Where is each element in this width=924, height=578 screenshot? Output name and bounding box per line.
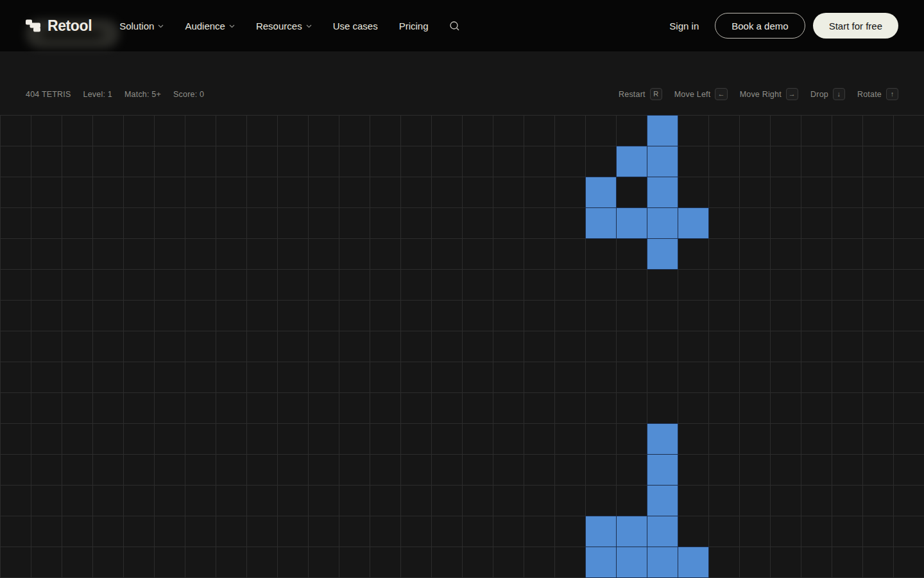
key-arrow-up-badge: ↑ (886, 88, 898, 100)
tetris-block (678, 547, 709, 578)
chevron-down-icon (229, 24, 235, 28)
hud-controls: Restart R Move Left ← Move Right → Drop … (619, 88, 898, 100)
control-label: Rotate (857, 90, 882, 99)
tetris-block (647, 516, 678, 547)
control-restart: Restart R (619, 88, 662, 100)
nav-item-label: Solution (119, 21, 154, 31)
tetris-block (647, 485, 678, 516)
tetris-block (647, 207, 678, 239)
tetris-block (647, 177, 678, 208)
score-stat: Score: 0 (173, 90, 204, 99)
game-title: 404 TETRIS (26, 90, 71, 99)
key-arrow-down-badge: ↓ (833, 88, 845, 100)
nav-item-audience[interactable]: Audience (185, 21, 235, 31)
chevron-down-icon (158, 24, 164, 28)
tetris-block (585, 207, 617, 239)
tetris-block (647, 454, 678, 486)
tetris-block (585, 516, 617, 547)
tetris-block (616, 146, 647, 177)
control-label: Move Right (740, 90, 782, 99)
tetris-grid (0, 115, 924, 578)
retool-logo-icon (26, 18, 41, 33)
nav-item-label: Pricing (399, 21, 429, 31)
control-label: Restart (619, 90, 646, 99)
control-label: Drop (810, 90, 828, 99)
control-drop: Drop ↓ (810, 88, 845, 100)
match-stat: Match: 5+ (124, 90, 161, 99)
nav-item-solution[interactable]: Solution (119, 21, 164, 31)
level-stat: Level: 1 (83, 90, 112, 99)
tetris-block (616, 516, 647, 547)
tetris-block (616, 547, 647, 578)
retool-wordmark: Retool (47, 17, 92, 35)
key-arrow-right-badge: → (786, 88, 798, 100)
hud-stats: 404 TETRIS Level: 1 Match: 5+ Score: 0 (26, 90, 204, 99)
nav-item-label: Resources (256, 21, 302, 31)
nav-item-label: Use cases (333, 21, 378, 31)
search-icon[interactable] (449, 21, 460, 31)
control-move-right: Move Right → (740, 88, 798, 100)
key-arrow-left-badge: ← (715, 88, 727, 100)
control-move-left: Move Left ← (674, 88, 728, 100)
nav-item-use-cases[interactable]: Use cases (333, 21, 378, 31)
key-r-badge: R (650, 88, 662, 100)
control-rotate: Rotate ↑ (857, 88, 898, 100)
tetris-block (585, 547, 617, 578)
tetris-block (585, 177, 617, 208)
tetris-block (647, 146, 678, 177)
chevron-down-icon (306, 24, 312, 28)
start-for-free-button[interactable]: Start for free (813, 13, 898, 39)
primary-nav: Solution Audience Resources Use cases Pr… (119, 21, 428, 31)
retool-logo[interactable]: Retool (26, 17, 92, 35)
nav-item-pricing[interactable]: Pricing (399, 21, 429, 31)
book-a-demo-button[interactable]: Book a demo (715, 13, 805, 39)
nav-actions: Sign in Book a demo Start for free (669, 13, 898, 39)
tetris-block (678, 207, 709, 239)
top-navigation: Retool Solution Audience Resources Use c… (0, 0, 924, 51)
tetris-block (616, 207, 647, 239)
sign-in-link[interactable]: Sign in (669, 21, 699, 31)
tetris-block (647, 547, 678, 578)
nav-item-label: Audience (185, 21, 225, 31)
tetris-block (647, 423, 678, 455)
game-hud: 404 TETRIS Level: 1 Match: 5+ Score: 0 R… (0, 51, 924, 115)
control-label: Move Left (674, 90, 711, 99)
tetris-block (647, 238, 678, 270)
tetris-block (647, 115, 678, 146)
nav-item-resources[interactable]: Resources (256, 21, 312, 31)
